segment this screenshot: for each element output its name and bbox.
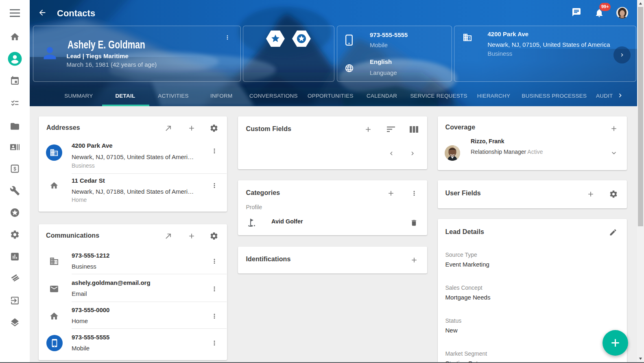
svg-text:$: $ bbox=[13, 166, 16, 172]
